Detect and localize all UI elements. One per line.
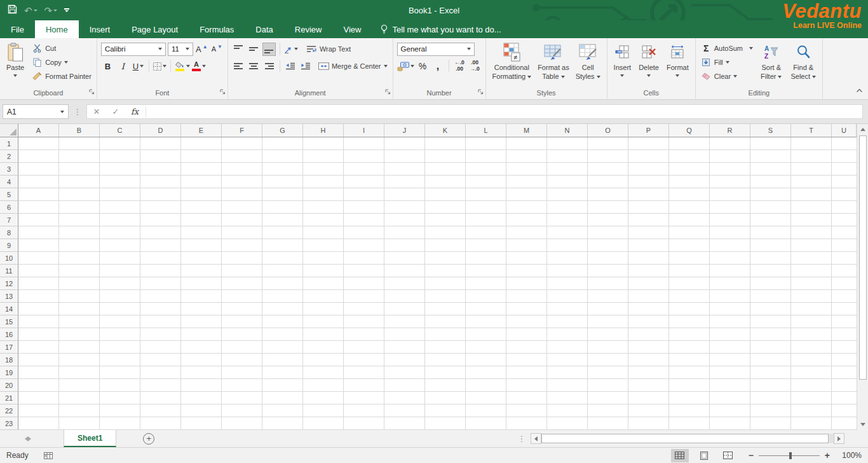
copy-button[interactable]: Copy [31, 55, 93, 69]
format-cells-button[interactable]: Format [664, 41, 691, 78]
row-header-15[interactable]: 15 [0, 315, 18, 328]
tab-formulas[interactable]: Formulas [189, 20, 245, 38]
zoom-slider-thumb[interactable] [789, 452, 792, 459]
zoom-slider[interactable] [759, 455, 820, 456]
row-header-5[interactable]: 5 [0, 188, 18, 201]
borders-button[interactable] [153, 60, 166, 73]
col-header-L[interactable]: L [466, 124, 506, 137]
save-button[interactable] [8, 4, 17, 17]
row-header-3[interactable]: 3 [0, 163, 18, 176]
bold-button[interactable]: B [101, 60, 114, 73]
alignment-dialog-launcher[interactable] [385, 86, 391, 97]
select-all-corner[interactable] [0, 124, 18, 137]
row-header-17[interactable]: 17 [0, 341, 18, 354]
next-sheet-button[interactable] [28, 436, 47, 441]
conditional-formatting-button[interactable]: ≠ Conditional Formatting [490, 41, 534, 82]
col-header-G[interactable]: G [262, 124, 303, 137]
zoom-in-button[interactable]: + [825, 450, 830, 460]
tab-review[interactable]: Review [284, 20, 333, 38]
col-header-I[interactable]: I [344, 124, 384, 137]
decrease-decimal-button[interactable]: .00→.0 [468, 60, 482, 73]
row-header-7[interactable]: 7 [0, 214, 18, 226]
underline-button[interactable]: U [132, 60, 145, 73]
format-as-table-button[interactable]: Format as Table [535, 41, 572, 82]
insert-cells-button[interactable]: Insert [611, 41, 634, 78]
new-sheet-button[interactable]: + [143, 433, 154, 445]
sheet-tab-sheet1[interactable]: Sheet1 [64, 430, 116, 447]
row-header-18[interactable]: 18 [0, 354, 18, 366]
orientation-button[interactable] [284, 43, 298, 56]
delete-cells-button[interactable]: Delete [636, 41, 661, 78]
vertical-scroll-thumb[interactable] [859, 135, 867, 380]
col-header-Q[interactable]: Q [669, 124, 710, 137]
top-align-button[interactable] [232, 43, 245, 56]
fill-color-button[interactable] [175, 60, 190, 73]
font-dialog-launcher[interactable] [220, 86, 226, 97]
prev-sheet-button[interactable] [9, 436, 28, 441]
row-header-11[interactable]: 11 [0, 265, 18, 277]
cancel-button[interactable]: ✕ [87, 107, 106, 116]
increase-indent-button[interactable] [299, 60, 313, 73]
collapse-ribbon-button[interactable] [856, 84, 863, 95]
sheet-cells[interactable] [18, 137, 857, 430]
align-left-button[interactable] [232, 60, 245, 73]
middle-align-button[interactable] [247, 43, 261, 56]
row-header-4[interactable]: 4 [0, 176, 18, 188]
tab-page-layout[interactable]: Page Layout [121, 20, 189, 38]
font-color-button[interactable]: A [192, 60, 206, 73]
wrap-text-button[interactable]: Wrap Text [305, 42, 352, 56]
increase-decimal-button[interactable]: ←.0.00 [453, 60, 466, 73]
clear-button[interactable]: Clear [700, 69, 754, 83]
percent-style-button[interactable]: % [416, 60, 430, 73]
zoom-level[interactable]: 100% [832, 451, 862, 460]
col-header-E[interactable]: E [181, 124, 222, 137]
row-header-21[interactable]: 21 [0, 392, 18, 404]
row-header-9[interactable]: 9 [0, 239, 18, 252]
row-header-16[interactable]: 16 [0, 328, 18, 341]
undo-button[interactable]: ↶ [24, 6, 37, 15]
normal-view-button[interactable] [671, 449, 689, 462]
col-header-U[interactable]: U [832, 124, 857, 137]
paste-button[interactable]: Paste [4, 41, 27, 78]
merge-center-button[interactable]: Merge & Center [317, 59, 389, 73]
font-name-select[interactable]: Calibri [101, 43, 166, 56]
clipboard-dialog-launcher[interactable] [89, 86, 95, 97]
col-header-O[interactable]: O [588, 124, 628, 137]
tab-data[interactable]: Data [245, 20, 283, 38]
font-size-select[interactable]: 11 [168, 43, 193, 56]
col-header-N[interactable]: N [547, 124, 588, 137]
tab-home[interactable]: Home [35, 20, 79, 38]
row-header-6[interactable]: 6 [0, 201, 18, 214]
row-header-22[interactable]: 22 [0, 404, 18, 417]
tab-scrollbar-splitter[interactable]: ⋮ [518, 434, 526, 443]
row-header-8[interactable]: 8 [0, 226, 18, 239]
align-center-button[interactable] [247, 60, 261, 73]
cut-button[interactable]: Cut [31, 41, 93, 55]
align-right-button[interactable] [262, 60, 276, 73]
insert-function-button[interactable]: fx [125, 107, 144, 116]
page-layout-view-button[interactable] [695, 449, 713, 462]
row-header-12[interactable]: 12 [0, 277, 18, 290]
name-box[interactable]: A1 [3, 104, 69, 119]
row-header-20[interactable]: 20 [0, 379, 18, 392]
scroll-up-button[interactable] [857, 124, 868, 135]
col-header-F[interactable]: F [222, 124, 262, 137]
horizontal-scroll-thumb[interactable] [541, 434, 829, 443]
find-select-button[interactable]: Find & Select [788, 41, 818, 82]
macro-record-button[interactable] [44, 452, 53, 459]
zoom-out-button[interactable]: − [749, 450, 754, 460]
customize-qat-button[interactable] [64, 8, 69, 12]
col-header-S[interactable]: S [750, 124, 791, 137]
number-format-select[interactable]: General [397, 43, 475, 56]
formula-input[interactable] [147, 105, 862, 118]
row-header-2[interactable]: 2 [0, 150, 18, 163]
increase-font-button[interactable]: A ▲ [195, 43, 208, 56]
number-dialog-launcher[interactable] [478, 86, 484, 97]
enter-button[interactable]: ✓ [106, 107, 125, 116]
row-header-19[interactable]: 19 [0, 366, 18, 379]
tab-view[interactable]: View [332, 20, 372, 38]
col-header-J[interactable]: J [384, 124, 425, 137]
row-header-14[interactable]: 14 [0, 303, 18, 315]
scroll-down-button[interactable] [857, 419, 868, 430]
col-header-R[interactable]: R [710, 124, 750, 137]
